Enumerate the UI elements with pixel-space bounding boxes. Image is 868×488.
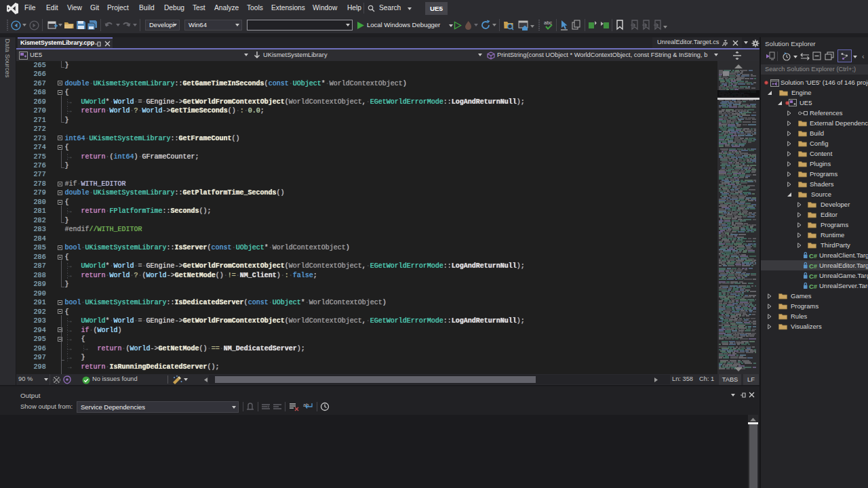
svg-text:C#: C# [809, 272, 818, 280]
svg-text:C#: C# [809, 262, 818, 270]
svg-text:C#: C# [809, 252, 818, 260]
svg-text:C#: C# [809, 283, 818, 290]
